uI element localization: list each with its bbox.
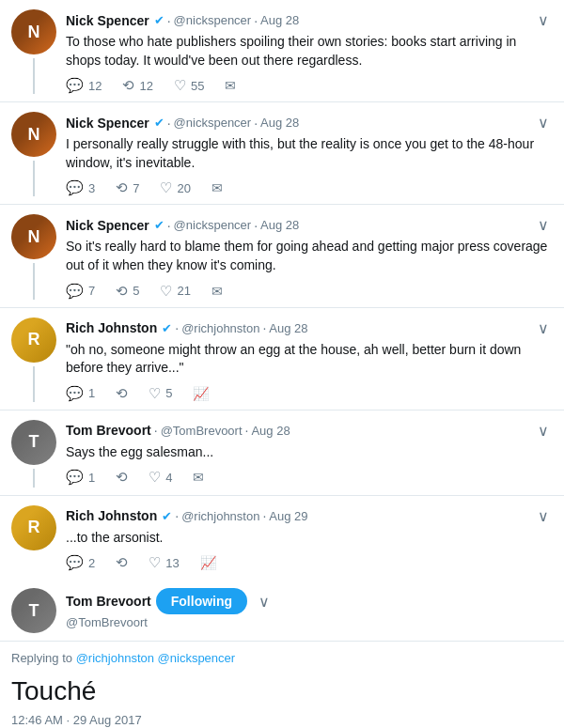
retweet-action[interactable] bbox=[116, 469, 128, 486]
main-handle: @TomBrevoort bbox=[66, 614, 553, 629]
tweet-date: Aug 29 bbox=[269, 509, 307, 523]
retweet-icon bbox=[122, 77, 134, 94]
tweet-content: Nick Spencer ✔ · @nickspencer · Aug 28 ∨… bbox=[66, 112, 553, 196]
following-button[interactable]: Following bbox=[156, 588, 247, 614]
reply-action[interactable]: 💬 12 bbox=[66, 77, 102, 94]
reply-action[interactable]: 💬 1 bbox=[66, 469, 95, 486]
chevron-down-icon[interactable]: ∨ bbox=[534, 112, 553, 133]
reply-action[interactable]: 💬 2 bbox=[66, 554, 95, 571]
replying-handles[interactable]: @richjohnston @nickspencer bbox=[76, 651, 235, 665]
retweet-icon bbox=[116, 554, 128, 571]
reply-icon: 💬 bbox=[66, 554, 84, 571]
mail-action[interactable] bbox=[193, 469, 204, 486]
reply-action[interactable]: 💬 1 bbox=[66, 385, 95, 402]
chart-action[interactable]: 📈 bbox=[193, 386, 209, 401]
reply-count: 2 bbox=[88, 556, 95, 570]
main-tweet-row: T Tom Brevoort Following ∨ @TomBrevoort bbox=[0, 579, 564, 642]
main-tweet-right: Following ∨ bbox=[156, 588, 274, 614]
replying-to-text: Replying to bbox=[11, 651, 72, 665]
tweet-meta: Nick Spencer ✔ · @nickspencer · Aug 28 bbox=[66, 218, 299, 233]
dot-sep2: · bbox=[245, 423, 249, 438]
verified-icon: ✔ bbox=[154, 218, 164, 232]
chevron-down-icon[interactable]: ∨ bbox=[534, 420, 553, 441]
tweet-header: Rich Johnston ✔ · @richjohnston · Aug 29… bbox=[66, 505, 553, 527]
avatar-nick: N bbox=[11, 112, 56, 157]
tweet-text: ...to the arsonist. bbox=[66, 529, 553, 548]
avatar-rich: R bbox=[11, 505, 56, 550]
tweet-meta: Tom Brevoort · @TomBrevoort · Aug 28 bbox=[66, 423, 290, 438]
tweet-content: Nick Spencer ✔ · @nickspencer · Aug 28 ∨… bbox=[66, 9, 553, 94]
reply-action[interactable]: 💬 7 bbox=[66, 283, 95, 300]
reply-icon: 💬 bbox=[66, 283, 84, 300]
tweet-meta: Nick Spencer ✔ · @nickspencer · Aug 28 bbox=[66, 116, 299, 131]
main-chevron-icon[interactable]: ∨ bbox=[255, 591, 274, 612]
avatar: R bbox=[11, 505, 56, 550]
replying-section: Replying to @richjohnston @nickspencer bbox=[0, 642, 564, 674]
avatar-col: T bbox=[11, 420, 56, 488]
avatar: T bbox=[11, 420, 56, 465]
reply-icon: 💬 bbox=[66, 385, 84, 402]
tweet-content: Tom Brevoort · @TomBrevoort · Aug 28 ∨ S… bbox=[66, 420, 553, 488]
retweet-icon bbox=[116, 179, 128, 196]
avatar-tom: T bbox=[11, 420, 56, 465]
reply-icon: 💬 bbox=[66, 179, 84, 196]
heart-icon: ♡ bbox=[174, 77, 186, 94]
author-handle: @richjohnston bbox=[181, 321, 259, 335]
like-action[interactable]: ♡ 4 bbox=[149, 469, 172, 486]
tweet-item: N Nick Spencer ✔ · @nickspencer · Aug 28… bbox=[0, 102, 564, 205]
tweet-item: R Rich Johnston ✔ · @richjohnston · Aug … bbox=[0, 496, 564, 580]
main-author-handle: @TomBrevoort bbox=[66, 615, 148, 629]
like-action[interactable]: ♡ 21 bbox=[160, 283, 190, 300]
mail-action[interactable] bbox=[212, 283, 223, 300]
main-avatar: T bbox=[11, 588, 56, 633]
like-count: 55 bbox=[191, 79, 204, 93]
tweet-item: R Rich Johnston ✔ · @richjohnston · Aug … bbox=[0, 308, 564, 410]
chevron-down-icon[interactable]: ∨ bbox=[534, 214, 553, 236]
mail-icon bbox=[212, 179, 223, 196]
avatar: N bbox=[11, 214, 56, 259]
thread-line bbox=[33, 366, 35, 402]
main-tweet-header: Tom Brevoort Following ∨ bbox=[66, 588, 553, 614]
chevron-down-icon[interactable]: ∨ bbox=[534, 9, 553, 31]
retweet-count: 12 bbox=[139, 79, 152, 93]
avatar-rich: R bbox=[11, 318, 56, 363]
tweet-text: Says the egg salesman... bbox=[66, 443, 553, 462]
chevron-down-icon[interactable]: ∨ bbox=[534, 505, 553, 527]
avatar: N bbox=[11, 112, 56, 157]
chevron-down-icon[interactable]: ∨ bbox=[534, 318, 553, 339]
tweet-actions: 💬 1 ♡ 5 📈 bbox=[66, 385, 553, 402]
mail-action[interactable] bbox=[212, 179, 223, 196]
avatar: N bbox=[11, 9, 56, 54]
mail-icon bbox=[212, 283, 223, 300]
like-action[interactable]: ♡ 20 bbox=[160, 179, 190, 196]
dot-sep2: · bbox=[262, 320, 266, 335]
verified-icon: ✔ bbox=[154, 13, 164, 27]
avatar-image-tom: T bbox=[11, 588, 56, 633]
retweet-icon bbox=[116, 283, 128, 300]
retweet-action[interactable]: 7 bbox=[116, 179, 139, 196]
like-count: 4 bbox=[165, 471, 172, 485]
like-action[interactable]: ♡ 5 bbox=[149, 385, 172, 402]
retweet-action[interactable]: 5 bbox=[116, 283, 139, 300]
tweet-text: To those who hate publishers spoiling th… bbox=[66, 33, 553, 70]
tweet-header: Nick Spencer ✔ · @nickspencer · Aug 28 ∨ bbox=[66, 9, 553, 31]
tweet-header: Nick Spencer ✔ · @nickspencer · Aug 28 ∨ bbox=[66, 214, 553, 236]
chart-action[interactable]: 📈 bbox=[200, 555, 216, 570]
mail-action[interactable] bbox=[225, 77, 236, 94]
retweet-action[interactable] bbox=[116, 385, 128, 402]
like-action[interactable]: ♡ 55 bbox=[174, 77, 204, 94]
retweet-icon bbox=[116, 469, 128, 486]
heart-icon: ♡ bbox=[149, 469, 161, 486]
reply-action[interactable]: 💬 3 bbox=[66, 179, 95, 196]
author-handle: @nickspencer bbox=[174, 13, 252, 27]
replying-label: Replying to @richjohnston @nickspencer bbox=[11, 651, 553, 665]
reply-icon: 💬 bbox=[66, 469, 84, 486]
tweet-text: So it's really hard to blame them for go… bbox=[66, 238, 553, 274]
dot-sep2: · bbox=[254, 116, 258, 131]
like-action[interactable]: ♡ 13 bbox=[149, 554, 179, 571]
retweet-action[interactable] bbox=[116, 554, 128, 571]
dot-sep: · bbox=[154, 423, 158, 438]
tweet-header: Tom Brevoort · @TomBrevoort · Aug 28 ∨ bbox=[66, 420, 553, 441]
retweet-action[interactable]: 12 bbox=[122, 77, 152, 94]
reply-count: 7 bbox=[88, 284, 95, 298]
